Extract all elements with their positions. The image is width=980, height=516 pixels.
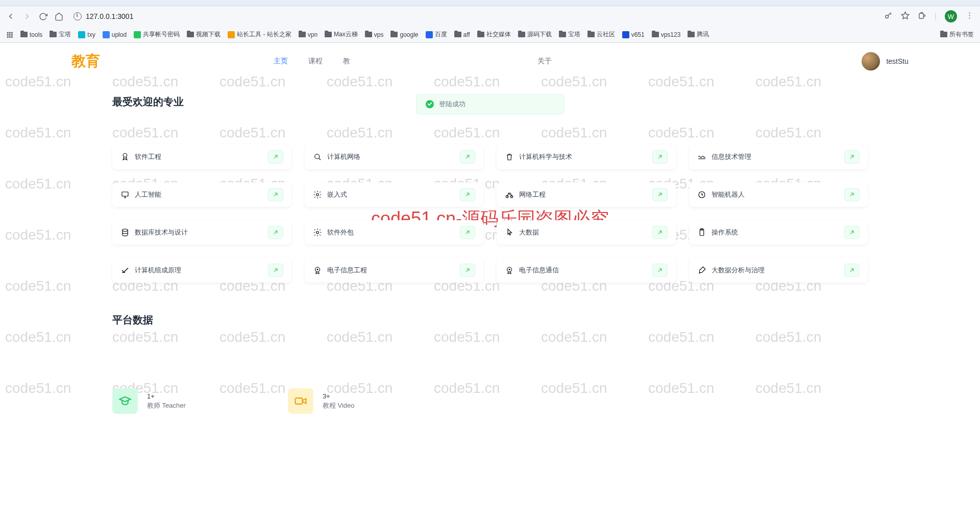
bookmark-item[interactable]: vps123 [652, 31, 681, 38]
bookmark-item[interactable]: txy [78, 31, 95, 38]
major-card[interactable]: 计算机网络 [305, 145, 484, 169]
bookmark-item[interactable]: 云社区 [587, 30, 615, 39]
site-info-icon[interactable] [74, 12, 82, 20]
monitor-icon [120, 190, 130, 199]
bookmark-item[interactable]: 视频下载 [187, 30, 220, 39]
bookmark-item[interactable]: aff [454, 31, 470, 38]
bookmark-item[interactable]: vps [365, 31, 384, 38]
open-button[interactable] [460, 226, 475, 239]
open-button[interactable] [460, 150, 475, 163]
grad-icon [112, 388, 138, 414]
bookmark-item[interactable]: tools [20, 31, 42, 38]
extensions-icon[interactable] [918, 11, 926, 22]
major-card[interactable]: 软件工程 [112, 145, 291, 169]
open-button[interactable] [460, 188, 475, 201]
open-button[interactable] [460, 264, 475, 277]
logo[interactable]: 教育 [71, 52, 100, 71]
major-card[interactable]: 嵌入式 [305, 182, 484, 207]
home-button[interactable] [55, 12, 63, 21]
stat-label: 教师 Teacher [147, 401, 186, 410]
major-label: 智能机器人 [712, 190, 840, 199]
open-button[interactable] [652, 150, 668, 163]
forward-button[interactable] [22, 12, 32, 21]
reload-button[interactable] [39, 12, 47, 21]
bookmark-item[interactable]: 百度 [426, 30, 447, 39]
open-button[interactable] [844, 226, 860, 239]
bookmark-item[interactable]: 源码下载 [518, 30, 552, 39]
open-button[interactable] [268, 264, 283, 277]
major-label: 网络工程 [519, 190, 647, 199]
svg-rect-14 [11, 36, 13, 37]
bookmark-item[interactable]: 宝塔 [559, 30, 580, 39]
stat-item: 3+ 教程 Video [288, 388, 355, 414]
major-card[interactable]: 计算机科学与技术 [497, 145, 676, 169]
nav-courses[interactable]: 课程 [308, 57, 323, 66]
address-bar[interactable]: 127.0.0.1:3001 [74, 12, 133, 20]
major-card[interactable]: 大数据 [497, 220, 676, 245]
major-card[interactable]: 数据库技术与设计 [112, 220, 291, 245]
open-button[interactable] [844, 188, 860, 201]
stat-label: 教程 Video [323, 401, 355, 410]
bookmark-item[interactable]: 社交媒体 [477, 30, 511, 39]
open-button[interactable] [652, 264, 668, 277]
browser-toolbar: 127.0.0.1:3001 | W [0, 6, 980, 27]
bookmark-item[interactable]: v651 [622, 31, 645, 38]
trash-icon [505, 152, 514, 161]
open-button[interactable] [844, 264, 860, 277]
bookmark-item[interactable]: google [390, 31, 418, 38]
toast-text: 登陆成功 [439, 100, 465, 109]
major-card[interactable]: 信息技术管理 [689, 145, 868, 169]
nav-about[interactable]: 关于 [537, 57, 552, 66]
svg-rect-6 [7, 32, 9, 33]
open-button[interactable] [268, 188, 283, 201]
bookmark-item[interactable]: 共享帐号密码 [134, 30, 180, 39]
brush-icon [697, 266, 706, 275]
db-icon [120, 228, 130, 237]
bookmark-item[interactable]: 宝塔 [50, 30, 71, 39]
svg-rect-12 [7, 36, 9, 37]
bookmark-item[interactable]: 站长工具 - 站长之家 [228, 30, 291, 39]
bookmark-item[interactable]: Max云梯 [325, 30, 358, 39]
major-label: 人工智能 [135, 190, 263, 199]
major-label: 计算机科学与技术 [519, 152, 647, 161]
open-button[interactable] [652, 188, 668, 201]
major-card[interactable]: 计算机组成原理 [112, 258, 291, 283]
all-bookmarks[interactable]: 所有书签 [940, 30, 974, 39]
major-label: 大数据 [519, 228, 647, 237]
nav-teachers[interactable]: 教 [343, 57, 350, 66]
major-label: 嵌入式 [327, 190, 455, 199]
key-icon[interactable] [884, 11, 893, 22]
major-label: 计算机网络 [327, 152, 455, 161]
major-card[interactable]: 操作系统 [689, 220, 868, 245]
major-card[interactable]: 人工智能 [112, 182, 291, 207]
bookmark-item[interactable]: uplod [103, 31, 127, 38]
bookmark-item[interactable]: 腾讯 [688, 30, 709, 39]
profile-avatar[interactable]: W [945, 10, 957, 22]
open-button[interactable] [844, 150, 860, 163]
bookmarks-bar: tools 宝塔 txy uplod 共享帐号密码 视频下载 站长工具 - 站长… [0, 27, 980, 43]
user-name[interactable]: testStu [886, 57, 909, 65]
clock-icon [697, 190, 706, 199]
major-card[interactable]: 电子信息通信 [497, 258, 676, 283]
video-icon [288, 388, 313, 414]
major-card[interactable]: 软件外包 [305, 220, 484, 245]
user-avatar[interactable] [862, 52, 880, 71]
bike-icon [505, 190, 514, 199]
apps-icon[interactable] [6, 31, 13, 38]
bookmark-item[interactable]: vpn [299, 31, 317, 38]
pointer-icon [505, 228, 514, 237]
star-icon[interactable] [901, 11, 910, 22]
major-card[interactable]: 智能机器人 [689, 182, 868, 207]
open-button[interactable] [268, 150, 283, 163]
major-card[interactable]: 电子信息工程 [305, 258, 484, 283]
stat-count: 1+ [147, 392, 186, 400]
stats-row: 1+ 教师 Teacher 3+ 教程 Video [112, 388, 868, 414]
major-card[interactable]: 网络工程 [497, 182, 676, 207]
svg-point-4 [969, 15, 970, 16]
open-button[interactable] [652, 226, 668, 239]
major-card[interactable]: 大数据分析与治理 [689, 258, 868, 283]
nav-home[interactable]: 主页 [274, 57, 288, 66]
back-button[interactable] [6, 12, 15, 21]
menu-icon[interactable] [965, 11, 974, 22]
open-button[interactable] [268, 226, 283, 239]
